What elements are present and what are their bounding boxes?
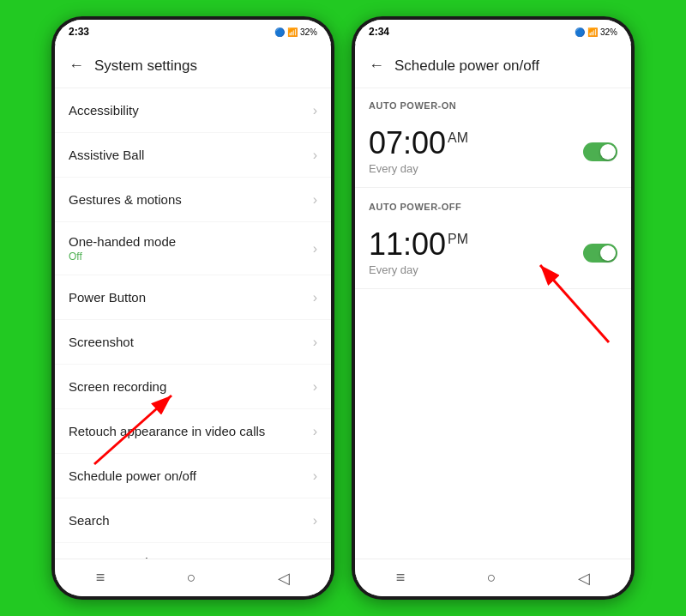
power-off-time: 11:00PM xyxy=(369,229,468,260)
signal-icon: 📶 xyxy=(287,27,298,37)
auto-power-off-header: AUTO POWER-OFF xyxy=(355,190,631,217)
list-item-schedule-power[interactable]: Schedule power on/off › xyxy=(55,454,331,498)
back-button-right[interactable]: ← xyxy=(369,57,384,75)
list-item-screenshot[interactable]: Screenshot › xyxy=(55,320,331,365)
signal-icon-right: 📶 xyxy=(587,27,598,37)
power-off-toggle[interactable] xyxy=(583,244,617,263)
status-time-left: 2:33 xyxy=(69,26,89,38)
back-nav-icon-right[interactable]: ◁ xyxy=(578,569,590,588)
bluetooth-icon: 🔵 xyxy=(274,27,285,37)
menu-nav-icon[interactable]: ≡ xyxy=(96,569,105,587)
chevron-icon: › xyxy=(313,241,317,257)
power-on-time: 07:00AM xyxy=(369,128,468,159)
auto-power-on-card[interactable]: 07:00AM Every day xyxy=(355,116,631,188)
item-label-one-handed: One-handed mode xyxy=(69,234,176,249)
chevron-icon: › xyxy=(313,335,317,350)
item-label-power-button: Power Button xyxy=(69,290,146,305)
menu-nav-icon-right[interactable]: ≡ xyxy=(396,569,406,587)
chevron-icon: › xyxy=(313,148,317,163)
status-time-right: 2:34 xyxy=(369,26,389,38)
battery-text: 32% xyxy=(300,27,317,37)
battery-text-right: 32% xyxy=(600,27,617,37)
nav-bar-left: ≡ ○ ◁ xyxy=(55,559,331,596)
item-label-screen-recording: Screen recording xyxy=(69,379,166,394)
right-phone: 2:34 🔵 📶 32% ← Schedule power on/off AUT… xyxy=(352,16,635,600)
status-icons-left: 🔵 📶 32% xyxy=(274,27,317,37)
page-title-left: System settings xyxy=(94,57,197,75)
settings-list: Accessibility › Assistive Ball › Gesture… xyxy=(55,88,331,559)
chevron-icon: › xyxy=(313,290,317,305)
back-button-left[interactable]: ← xyxy=(69,57,84,75)
item-label-gestures: Gestures & motions xyxy=(69,192,182,207)
item-sublabel-one-handed: Off xyxy=(69,251,176,263)
item-label-search: Search xyxy=(69,513,110,528)
auto-power-on-header: AUTO POWER-ON xyxy=(355,88,631,116)
home-nav-icon-right[interactable]: ○ xyxy=(487,569,496,587)
chevron-icon: › xyxy=(313,103,317,118)
list-item-otg[interactable]: OTG connection Automatically turns off i… xyxy=(55,543,331,559)
status-icons-right: 🔵 📶 32% xyxy=(575,27,617,37)
nav-bar-right: ≡ ○ ◁ xyxy=(355,559,631,596)
chevron-icon: › xyxy=(313,424,317,439)
list-item-screen-recording[interactable]: Screen recording › xyxy=(55,365,331,409)
toggle-knob-off xyxy=(600,245,616,261)
status-bar-right: 2:34 🔵 📶 32% xyxy=(355,20,631,44)
chevron-icon: › xyxy=(313,513,317,528)
power-on-toggle[interactable] xyxy=(583,142,617,161)
top-bar-left: ← System settings xyxy=(55,44,331,88)
top-bar-right: ← Schedule power on/off xyxy=(355,44,631,88)
list-item-assistive[interactable]: Assistive Ball › xyxy=(55,133,331,178)
left-phone: 2:33 🔵 📶 32% ← System settings Accessibi… xyxy=(51,16,334,600)
list-item-retouch[interactable]: Retouch appearance in video calls › xyxy=(55,409,331,454)
list-item-search[interactable]: Search › xyxy=(55,498,331,543)
list-item-accessibility[interactable]: Accessibility › xyxy=(55,88,331,133)
power-off-every-day: Every day xyxy=(369,263,468,276)
chevron-icon: › xyxy=(313,192,317,208)
home-nav-icon[interactable]: ○ xyxy=(187,569,196,587)
list-item-one-handed[interactable]: One-handed mode Off › xyxy=(55,222,331,275)
item-label-schedule-power: Schedule power on/off xyxy=(69,468,196,483)
item-label-assistive: Assistive Ball xyxy=(69,148,144,162)
empty-space xyxy=(355,291,631,559)
bluetooth-icon-right: 🔵 xyxy=(575,27,585,37)
status-bar-left: 2:33 🔵 📶 32% xyxy=(55,20,331,44)
back-nav-icon[interactable]: ◁ xyxy=(278,569,290,588)
list-item-gestures[interactable]: Gestures & motions › xyxy=(55,178,331,222)
item-label-retouch: Retouch appearance in video calls xyxy=(69,424,265,438)
list-item-power-button[interactable]: Power Button › xyxy=(55,275,331,320)
chevron-icon: › xyxy=(313,468,317,484)
chevron-icon: › xyxy=(313,379,317,395)
toggle-knob-on xyxy=(600,144,616,160)
item-label-screenshot: Screenshot xyxy=(69,335,134,349)
item-label-accessibility: Accessibility xyxy=(69,103,139,118)
power-on-every-day: Every day xyxy=(369,162,468,175)
schedule-content: AUTO POWER-ON 07:00AM Every day xyxy=(355,88,631,559)
page-title-right: Schedule power on/off xyxy=(394,57,539,75)
auto-power-off-card[interactable]: 11:00PM Every day xyxy=(355,217,631,289)
